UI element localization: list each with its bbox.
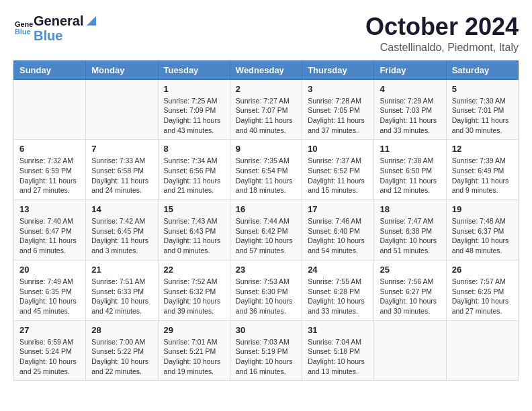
day-number: 27 — [19, 325, 80, 335]
day-number: 15 — [164, 204, 224, 214]
calendar-cell: 29Sunrise: 7:01 AM Sunset: 5:21 PM Dayli… — [158, 320, 230, 381]
calendar-cell: 27Sunrise: 6:59 AM Sunset: 5:24 PM Dayli… — [14, 320, 86, 381]
day-number: 5 — [452, 84, 513, 94]
calendar-cell: 28Sunrise: 7:00 AM Sunset: 5:22 PM Dayli… — [86, 320, 158, 381]
day-info: Sunrise: 7:33 AM Sunset: 6:58 PM Dayligh… — [91, 156, 152, 195]
day-info: Sunrise: 7:00 AM Sunset: 5:22 PM Dayligh… — [91, 337, 152, 377]
day-info: Sunrise: 7:46 AM Sunset: 6:40 PM Dayligh… — [308, 216, 368, 256]
day-info: Sunrise: 7:38 AM Sunset: 6:50 PM Dayligh… — [380, 156, 440, 195]
calendar-cell: 3Sunrise: 7:28 AM Sunset: 7:05 PM Daylig… — [302, 79, 374, 140]
day-info: Sunrise: 7:39 AM Sunset: 6:49 PM Dayligh… — [452, 156, 513, 195]
day-number: 29 — [164, 325, 224, 335]
calendar-cell: 24Sunrise: 7:55 AM Sunset: 6:28 PM Dayli… — [302, 260, 374, 320]
day-number: 14 — [91, 204, 152, 214]
day-info: Sunrise: 7:29 AM Sunset: 7:03 PM Dayligh… — [380, 96, 440, 136]
day-number: 24 — [308, 265, 368, 275]
title-section: October 2024 Castellinaldo, Piedmont, It… — [365, 13, 519, 54]
week-row-2: 13Sunrise: 7:40 AM Sunset: 6:47 PM Dayli… — [14, 200, 519, 261]
header-row: SundayMondayTuesdayWednesdayThursdayFrid… — [14, 60, 519, 79]
calendar-cell: 30Sunrise: 7:03 AM Sunset: 5:19 PM Dayli… — [230, 320, 302, 381]
logo-icon: General Blue — [15, 17, 34, 36]
day-info: Sunrise: 7:28 AM Sunset: 7:05 PM Dayligh… — [308, 96, 368, 136]
day-info: Sunrise: 7:51 AM Sunset: 6:33 PM Dayligh… — [91, 277, 152, 316]
day-info: Sunrise: 7:35 AM Sunset: 6:54 PM Dayligh… — [236, 156, 296, 195]
calendar-cell: 23Sunrise: 7:53 AM Sunset: 6:30 PM Dayli… — [230, 260, 302, 320]
day-number: 2 — [236, 84, 296, 94]
day-info: Sunrise: 7:27 AM Sunset: 7:07 PM Dayligh… — [236, 96, 296, 136]
day-info: Sunrise: 7:01 AM Sunset: 5:21 PM Dayligh… — [164, 337, 224, 377]
location-text: Castellinaldo, Piedmont, Italy — [365, 42, 519, 54]
header-day-tuesday: Tuesday — [158, 60, 230, 79]
calendar-cell: 6Sunrise: 7:32 AM Sunset: 6:59 PM Daylig… — [14, 140, 86, 200]
day-number: 10 — [308, 144, 368, 154]
calendar-cell: 9Sunrise: 7:35 AM Sunset: 6:54 PM Daylig… — [230, 140, 302, 200]
calendar-cell: 13Sunrise: 7:40 AM Sunset: 6:47 PM Dayli… — [14, 200, 86, 261]
calendar-cell — [14, 79, 86, 140]
calendar-header: SundayMondayTuesdayWednesdayThursdayFrid… — [14, 60, 519, 79]
day-info: Sunrise: 7:53 AM Sunset: 6:30 PM Dayligh… — [236, 277, 296, 316]
calendar-cell: 16Sunrise: 7:44 AM Sunset: 6:42 PM Dayli… — [230, 200, 302, 261]
day-info: Sunrise: 7:37 AM Sunset: 6:52 PM Dayligh… — [308, 156, 368, 195]
calendar-cell: 19Sunrise: 7:48 AM Sunset: 6:37 PM Dayli… — [446, 200, 518, 261]
calendar-cell — [86, 79, 158, 140]
day-info: Sunrise: 7:55 AM Sunset: 6:28 PM Dayligh… — [308, 277, 368, 316]
calendar-cell: 18Sunrise: 7:47 AM Sunset: 6:38 PM Dayli… — [374, 200, 446, 261]
calendar-cell: 21Sunrise: 7:51 AM Sunset: 6:33 PM Dayli… — [86, 260, 158, 320]
calendar-cell: 20Sunrise: 7:49 AM Sunset: 6:35 PM Dayli… — [14, 260, 86, 320]
week-row-1: 6Sunrise: 7:32 AM Sunset: 6:59 PM Daylig… — [14, 140, 519, 200]
day-number: 16 — [236, 204, 296, 214]
day-number: 1 — [164, 84, 224, 94]
day-number: 12 — [452, 144, 513, 154]
calendar-cell: 17Sunrise: 7:46 AM Sunset: 6:40 PM Dayli… — [302, 200, 374, 261]
day-number: 11 — [380, 144, 440, 154]
day-number: 7 — [91, 144, 152, 154]
day-number: 30 — [236, 325, 296, 335]
header-day-saturday: Saturday — [446, 60, 518, 79]
day-info: Sunrise: 7:48 AM Sunset: 6:37 PM Dayligh… — [452, 216, 513, 256]
day-number: 19 — [452, 204, 513, 214]
day-info: Sunrise: 7:57 AM Sunset: 6:25 PM Dayligh… — [452, 277, 513, 316]
day-number: 31 — [308, 325, 368, 335]
calendar-cell: 26Sunrise: 7:57 AM Sunset: 6:25 PM Dayli… — [446, 260, 518, 320]
calendar-cell — [374, 320, 446, 381]
day-number: 3 — [308, 84, 368, 94]
logo-triangle-icon — [84, 13, 99, 28]
svg-marker-2 — [87, 16, 96, 26]
calendar-cell: 14Sunrise: 7:42 AM Sunset: 6:45 PM Dayli… — [86, 200, 158, 261]
day-number: 4 — [380, 84, 440, 94]
calendar-cell — [446, 320, 518, 381]
day-info: Sunrise: 6:59 AM Sunset: 5:24 PM Dayligh… — [19, 337, 80, 377]
calendar-cell: 11Sunrise: 7:38 AM Sunset: 6:50 PM Dayli… — [374, 140, 446, 200]
day-info: Sunrise: 7:44 AM Sunset: 6:42 PM Dayligh… — [236, 216, 296, 256]
day-info: Sunrise: 7:40 AM Sunset: 6:47 PM Dayligh… — [19, 216, 80, 256]
day-number: 6 — [19, 144, 80, 154]
day-number: 17 — [308, 204, 368, 214]
calendar-cell: 4Sunrise: 7:29 AM Sunset: 7:03 PM Daylig… — [374, 79, 446, 140]
day-info: Sunrise: 7:32 AM Sunset: 6:59 PM Dayligh… — [19, 156, 80, 195]
calendar-cell: 22Sunrise: 7:52 AM Sunset: 6:32 PM Dayli… — [158, 260, 230, 320]
header-day-monday: Monday — [86, 60, 158, 79]
day-number: 20 — [19, 265, 80, 275]
week-row-3: 20Sunrise: 7:49 AM Sunset: 6:35 PM Dayli… — [14, 260, 519, 320]
day-number: 22 — [164, 265, 224, 275]
calendar-cell: 7Sunrise: 7:33 AM Sunset: 6:58 PM Daylig… — [86, 140, 158, 200]
day-info: Sunrise: 7:30 AM Sunset: 7:01 PM Dayligh… — [452, 96, 513, 136]
day-info: Sunrise: 7:03 AM Sunset: 5:19 PM Dayligh… — [236, 337, 296, 377]
page-header: General Blue General Blue October 2024 C… — [13, 13, 519, 54]
day-info: Sunrise: 7:43 AM Sunset: 6:43 PM Dayligh… — [164, 216, 224, 256]
logo: General Blue General Blue — [13, 13, 99, 43]
header-day-thursday: Thursday — [302, 60, 374, 79]
month-title: October 2024 — [365, 13, 519, 40]
header-day-wednesday: Wednesday — [230, 60, 302, 79]
day-number: 28 — [91, 325, 152, 335]
calendar-cell: 10Sunrise: 7:37 AM Sunset: 6:52 PM Dayli… — [302, 140, 374, 200]
calendar-table: SundayMondayTuesdayWednesdayThursdayFrid… — [13, 60, 519, 381]
calendar-cell: 2Sunrise: 7:27 AM Sunset: 7:07 PM Daylig… — [230, 79, 302, 140]
day-number: 26 — [452, 265, 513, 275]
day-info: Sunrise: 7:34 AM Sunset: 6:56 PM Dayligh… — [164, 156, 224, 195]
logo-blue-text: Blue — [34, 28, 99, 43]
day-number: 21 — [91, 265, 152, 275]
day-number: 25 — [380, 265, 440, 275]
header-day-sunday: Sunday — [14, 60, 86, 79]
day-number: 13 — [19, 204, 80, 214]
